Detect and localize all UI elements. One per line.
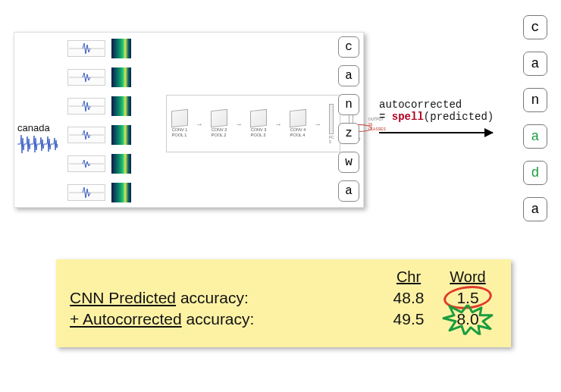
predicted-letters: c a n z w a — [338, 36, 359, 202]
cnn-stage: CONV 3POOL 3 — [250, 110, 267, 136]
arrow-icon: → — [314, 120, 321, 128]
letter-row — [67, 152, 131, 175]
pipeline-panel: canada — [14, 32, 364, 208]
letter-chip: a — [523, 52, 547, 76]
letter-chip: a — [338, 65, 359, 86]
col-chr: Chr — [379, 268, 438, 286]
results-row: + Autocorrected accuracy: 49.5 8.0 — [70, 310, 497, 328]
cnn-architecture: CONV 1POOL 1 → CONV 2POOL 2 → CONV 3POOL… — [166, 95, 340, 152]
spectrogram-chip — [111, 67, 131, 87]
results-row: CNN Predicted accuracy: 48.8 1.5 — [70, 289, 497, 307]
waveform-chip — [67, 40, 105, 57]
input-waveform — [17, 131, 58, 157]
letter-chip: a — [338, 180, 359, 202]
letter-row — [67, 66, 131, 89]
letter-row — [67, 181, 131, 204]
letter-chip: n — [338, 94, 359, 115]
word-value: 8.0 — [438, 310, 497, 328]
waveform-chip — [67, 155, 105, 172]
chr-value: 48.8 — [379, 289, 438, 307]
letter-chip: n — [523, 88, 547, 112]
autocorrect-code: autocorrected = spell(predicted) — [379, 99, 516, 123]
arrow-icon — [379, 132, 493, 133]
waveform-chip — [67, 98, 105, 114]
corrected-letters: c a n a d a — [523, 15, 547, 221]
letter-chip: c — [338, 36, 359, 58]
cnn-stage: CONV 4POOL 4 — [290, 110, 306, 136]
letter-chip-changed: d — [523, 161, 547, 185]
word-value: 1.5 — [438, 289, 497, 307]
letter-chip: z — [338, 123, 359, 144]
letter-chip-changed: a — [523, 124, 547, 149]
spectrogram-chip — [111, 39, 131, 58]
spectrogram-chip — [111, 154, 131, 174]
cnn-stage: CONV 1POOL 1 — [171, 110, 188, 136]
letter-chip: w — [338, 152, 359, 173]
letter-row — [67, 95, 131, 118]
waveform-chip — [67, 69, 105, 86]
spectrogram-chip — [111, 125, 131, 145]
waveform-chip — [67, 184, 105, 201]
spectrogram-chip — [111, 96, 131, 116]
cnn-stage: CONV 2POOL 2 — [211, 110, 227, 136]
letter-chip: c — [523, 15, 547, 39]
results-header: Chr Word — [70, 268, 497, 286]
cnn-fc: FC 5 — [329, 104, 334, 144]
chr-value: 49.5 — [379, 310, 438, 328]
arrow-icon: → — [274, 120, 282, 128]
spectrogram-chip — [111, 183, 131, 202]
col-word: Word — [438, 268, 497, 286]
spell-keyword: spell — [392, 111, 424, 123]
results-box: Chr Word CNN Predicted accuracy: 48.8 1.… — [56, 259, 511, 347]
letter-row — [67, 124, 131, 146]
letter-row — [67, 37, 131, 60]
arrow-icon: → — [196, 120, 203, 128]
waveform-chip — [67, 127, 105, 143]
letter-chip: a — [523, 197, 547, 221]
arrow-icon: → — [235, 120, 243, 128]
